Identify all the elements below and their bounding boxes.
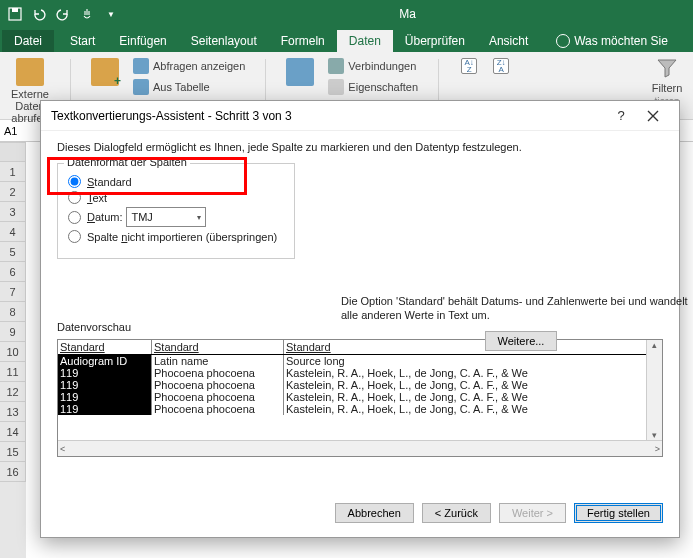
info-text: Die Option 'Standard' behält Datums- und… bbox=[341, 294, 693, 323]
cancel-button[interactable]: Abbrechen bbox=[335, 503, 414, 523]
radio-skip-input[interactable] bbox=[68, 230, 81, 243]
close-button[interactable] bbox=[637, 101, 669, 131]
radio-standard[interactable]: Standard bbox=[68, 175, 284, 188]
close-icon bbox=[647, 110, 659, 122]
preview-cell[interactable]: 119 bbox=[58, 379, 152, 391]
preview-hscrollbar[interactable]: <> bbox=[58, 440, 662, 456]
column-data-format-group: Datenformat der Spalten Standard Text Da… bbox=[57, 163, 295, 259]
preview-cell[interactable]: Latin name bbox=[152, 355, 284, 367]
finish-button[interactable]: Fertig stellen bbox=[574, 503, 663, 523]
preview-row: 119Phocoena phocoenaKastelein, R. A., Ho… bbox=[58, 379, 662, 391]
preview-cell[interactable]: Phocoena phocoena bbox=[152, 403, 284, 415]
preview-cell[interactable]: Kastelein, R. A., Hoek, L., de Jong, C. … bbox=[284, 391, 662, 403]
col-header[interactable]: Standard bbox=[152, 340, 284, 354]
preview-cell[interactable]: Kastelein, R. A., Hoek, L., de Jong, C. … bbox=[284, 367, 662, 379]
radio-date-input[interactable] bbox=[68, 211, 81, 224]
preview-vscrollbar[interactable]: ▴▾ bbox=[646, 340, 662, 440]
modal-overlay: Textkonvertierungs-Assistent - Schritt 3… bbox=[0, 0, 693, 558]
radio-text-input[interactable] bbox=[68, 191, 81, 204]
preview-row: 119Phocoena phocoenaKastelein, R. A., Ho… bbox=[58, 403, 662, 415]
preview-row: 119Phocoena phocoenaKastelein, R. A., Ho… bbox=[58, 367, 662, 379]
help-button[interactable]: ? bbox=[605, 101, 637, 131]
col-header[interactable]: Standard bbox=[58, 340, 152, 354]
radio-standard-input[interactable] bbox=[68, 175, 81, 188]
preview-cell[interactable]: Kastelein, R. A., Hoek, L., de Jong, C. … bbox=[284, 379, 662, 391]
back-button[interactable]: < Zurück bbox=[422, 503, 491, 523]
radio-date[interactable]: Datum: TMJ ▾ bbox=[68, 207, 284, 227]
preview-cell[interactable]: Phocoena phocoena bbox=[152, 391, 284, 403]
preview-cell[interactable]: Audiogram ID bbox=[58, 355, 152, 367]
preview-cell[interactable]: Source long bbox=[284, 355, 662, 367]
dialog-description: Dieses Dialogfeld ermöglicht es Ihnen, j… bbox=[57, 141, 663, 153]
preview-cell[interactable]: 119 bbox=[58, 391, 152, 403]
dialog-titlebar: Textkonvertierungs-Assistent - Schritt 3… bbox=[41, 101, 679, 131]
preview-cell[interactable]: 119 bbox=[58, 367, 152, 379]
group-legend: Datenformat der Spalten bbox=[64, 156, 190, 168]
format-info-pane: Die Option 'Standard' behält Datums- und… bbox=[341, 294, 693, 351]
preview-row: Audiogram IDLatin nameSource long bbox=[58, 355, 662, 367]
chevron-down-icon: ▾ bbox=[197, 213, 201, 222]
preview-cell[interactable]: 119 bbox=[58, 403, 152, 415]
radio-text[interactable]: Text bbox=[68, 191, 284, 204]
text-import-wizard-dialog: Textkonvertierungs-Assistent - Schritt 3… bbox=[40, 100, 680, 538]
date-format-combo[interactable]: TMJ ▾ bbox=[126, 207, 206, 227]
preview-cell[interactable]: Kastelein, R. A., Hoek, L., de Jong, C. … bbox=[284, 403, 662, 415]
dialog-title: Textkonvertierungs-Assistent - Schritt 3… bbox=[51, 109, 292, 123]
radio-skip[interactable]: Spalte nicht importieren (überspringen) bbox=[68, 230, 284, 243]
dialog-button-row: Abbrechen < Zurück Weiter > Fertig stell… bbox=[41, 493, 679, 537]
preview-row: 119Phocoena phocoenaKastelein, R. A., Ho… bbox=[58, 391, 662, 403]
preview-cell[interactable]: Phocoena phocoena bbox=[152, 367, 284, 379]
advanced-button[interactable]: Weitere... bbox=[485, 331, 558, 351]
next-button: Weiter > bbox=[499, 503, 566, 523]
data-preview: Standard Standard Standard Audiogram IDL… bbox=[57, 339, 663, 457]
preview-cell[interactable]: Phocoena phocoena bbox=[152, 379, 284, 391]
